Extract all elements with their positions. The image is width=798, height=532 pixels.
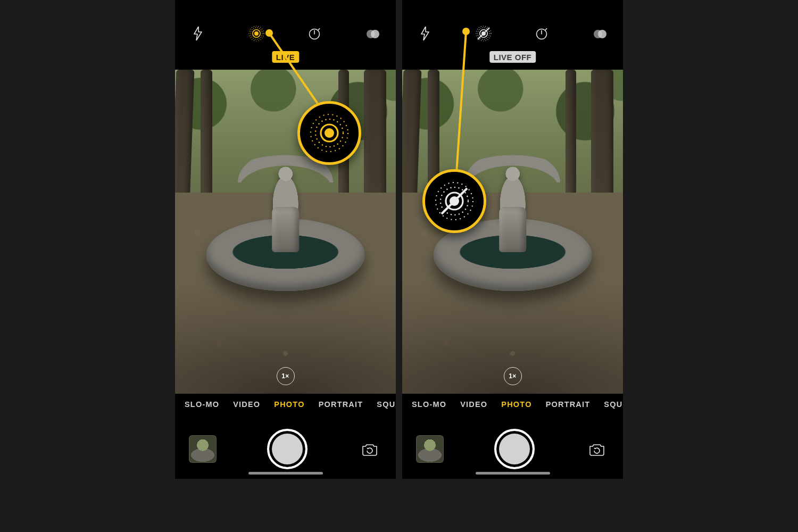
live-photo-off-icon xyxy=(432,179,477,223)
annotation-callout-live-on xyxy=(297,101,361,165)
svg-line-20 xyxy=(456,31,466,181)
live-photo-on-icon xyxy=(307,111,352,155)
annotation-callout-live-off xyxy=(422,169,486,233)
annotation-anchor-dot xyxy=(462,28,470,35)
annotation-anchor-dot xyxy=(265,29,273,37)
annotation-leader-line xyxy=(175,0,396,479)
phone-right: LIVE OFF 1× SLO-MO VIDEO PHOTO xyxy=(402,0,623,479)
phone-left: LIVE 1× SLO-MO VIDEO PHOTO xyxy=(175,0,396,479)
svg-point-8 xyxy=(325,128,334,138)
annotation-leader-line xyxy=(402,0,623,479)
comparison-stage: LIVE 1× SLO-MO VIDEO PHOTO xyxy=(0,0,798,532)
